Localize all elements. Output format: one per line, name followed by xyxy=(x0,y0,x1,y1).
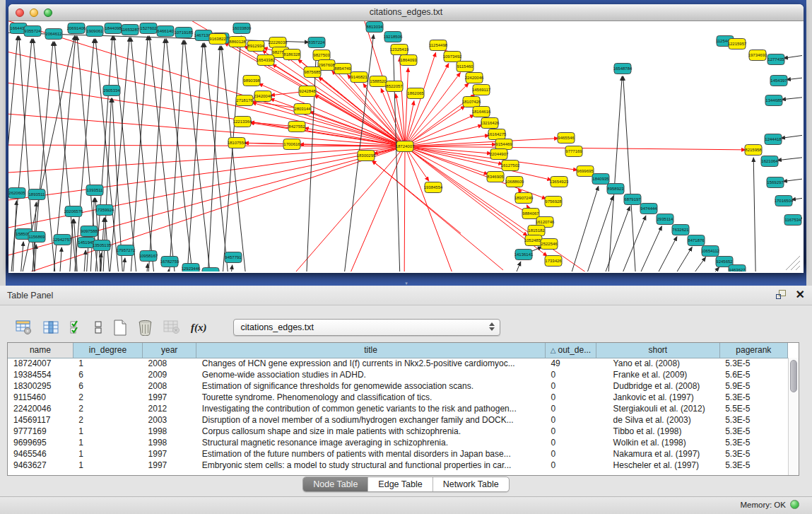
graph-node[interactable]: 13216426 xyxy=(481,118,500,129)
table-row[interactable]: 946362711997Embryonic stem cells: a mode… xyxy=(8,460,788,471)
scrollbar-thumb[interactable] xyxy=(790,360,797,392)
column-header-pagerank[interactable]: pagerank xyxy=(719,343,787,358)
graph-node[interactable]: 8860128 xyxy=(229,37,246,47)
graph-node[interactable]: 10719185 xyxy=(175,28,194,38)
new-table-icon[interactable] xyxy=(113,318,127,337)
graph-node[interactable]: 9242848 xyxy=(299,86,316,97)
table-row[interactable]: 911546021997Tourette syndrome. Phenomeno… xyxy=(8,392,788,403)
graph-node[interactable]: 1156869 xyxy=(28,232,45,243)
graph-node[interactable]: 16127502 xyxy=(501,160,520,171)
graph-node[interactable]: 8186328 xyxy=(283,49,300,60)
graph-node[interactable]: 1733426 xyxy=(545,256,562,267)
graph-node[interactable]: 2935114 xyxy=(657,214,673,225)
column-header-in_degree[interactable]: in_degree xyxy=(73,343,142,358)
graph-node[interactable]: 18724007 xyxy=(396,141,415,152)
graph-node[interactable]: 10654112 xyxy=(701,246,720,257)
network-graph-canvas[interactable]: 1872400716644339355724206461220691406190… xyxy=(8,21,802,271)
graph-node[interactable]: 11653287 xyxy=(121,25,140,35)
graph-node[interactable]: 8912934 xyxy=(247,41,264,52)
graph-node[interactable]: 16164275 xyxy=(488,129,507,140)
graph-node[interactable]: 1844098 xyxy=(105,23,122,34)
graph-node[interactable]: 9827503 xyxy=(313,50,330,61)
graph-node[interactable]: 8357224 xyxy=(308,37,325,48)
graph-node[interactable]: 1621064 xyxy=(761,156,778,167)
graph-node[interactable]: 8215958 xyxy=(745,145,762,156)
graph-node[interactable]: 18107554 xyxy=(228,138,247,148)
graph-node[interactable]: 9115460 xyxy=(457,62,473,72)
graph-node[interactable]: 11254498 xyxy=(429,40,448,51)
tab-network-table[interactable]: Network Table xyxy=(433,477,509,491)
graph-node[interactable]: 10688609 xyxy=(505,177,524,187)
graph-node[interactable]: 1840935 xyxy=(592,174,609,185)
table-row[interactable]: 969969511998Structural magnetic resonanc… xyxy=(8,437,788,448)
graph-node[interactable]: 19218506 xyxy=(384,32,403,42)
graph-node[interactable]: 1277435 xyxy=(767,54,784,65)
graph-node[interactable]: 19384554 xyxy=(424,182,443,193)
graph-node[interactable]: 12923446 xyxy=(182,264,201,272)
graph-node[interactable]: 1893511 xyxy=(28,189,45,200)
graph-node[interactable]: 12215957 xyxy=(728,39,747,49)
graph-node[interactable]: 2064612 xyxy=(45,29,62,40)
graph-node[interactable]: 9154469 xyxy=(495,139,512,150)
table-settings-icon[interactable] xyxy=(16,318,33,337)
graph-node[interactable]: 1700616 xyxy=(283,139,300,150)
graph-node[interactable]: 1569297 xyxy=(767,177,784,188)
graph-node[interactable]: 1815182 xyxy=(528,226,545,236)
graph-node[interactable]: 1393511 xyxy=(86,185,103,196)
graph-node[interactable]: 9465546 xyxy=(558,133,575,144)
graph-node[interactable]: 8958923 xyxy=(607,184,624,194)
graph-node[interactable]: 9146821 xyxy=(351,72,367,83)
graph-node[interactable]: 18907249 xyxy=(514,193,534,204)
graph-node[interactable]: 9756928 xyxy=(545,197,562,207)
graph-node[interactable]: 8522057 xyxy=(386,81,403,92)
graph-node[interactable]: 1244418 xyxy=(765,134,782,145)
graph-node[interactable]: 1862065 xyxy=(407,88,424,99)
table-row[interactable]: 977716911998Corpus callosum shape and si… xyxy=(8,426,788,437)
graph-node[interactable]: 8813034 xyxy=(366,22,383,33)
column-header-short[interactable]: short xyxy=(596,343,720,358)
resize-grip-icon[interactable] xyxy=(786,256,800,270)
graph-node[interactable]: 9457791 xyxy=(225,252,242,263)
graph-node[interactable]: 2803144 xyxy=(294,104,311,115)
graph-node[interactable]: 1344685 xyxy=(765,95,782,106)
table-selector-dropdown[interactable]: citations_edges.txt xyxy=(233,319,500,336)
graph-node[interactable]: 8471876 xyxy=(688,235,705,246)
graph-node[interactable]: 16033809 xyxy=(233,23,252,34)
graph-node[interactable]: 9699695 xyxy=(577,166,594,177)
graph-node[interactable]: 10958167 xyxy=(139,251,158,262)
graph-node[interactable]: 8346905 xyxy=(487,172,504,182)
column-header-name[interactable]: name xyxy=(8,343,73,358)
graph-node[interactable]: 9135902 xyxy=(202,268,219,272)
graph-node[interactable]: 16548784 xyxy=(613,64,632,74)
graph-node[interactable]: 18107426 xyxy=(462,97,481,107)
delete-trash-icon[interactable] xyxy=(138,318,153,337)
tab-edge-table[interactable]: Edge Table xyxy=(368,477,433,491)
graph-node[interactable]: 8854749 xyxy=(334,64,351,74)
graph-node[interactable]: 6879197 xyxy=(624,194,641,205)
table-row[interactable]: 946554611997Estimation of the future num… xyxy=(8,448,788,460)
graph-node[interactable]: 1167534 xyxy=(784,215,801,226)
graph-node[interactable]: 20691406 xyxy=(67,23,86,34)
tab-node-table[interactable]: Node Table xyxy=(303,477,368,491)
graph-node[interactable]: 17359924 xyxy=(95,205,114,216)
graph-node[interactable]: 16543382 xyxy=(257,55,276,66)
graph-node[interactable]: 9163822 xyxy=(209,34,226,45)
close-panel-icon[interactable]: ✕ xyxy=(796,289,805,300)
graph-node[interactable]: 1864093 xyxy=(400,55,417,66)
graph-node[interactable]: 17016504 xyxy=(775,196,794,206)
graph-node[interactable]: 9777169 xyxy=(565,146,582,157)
graph-node[interactable]: 18300295 xyxy=(357,151,376,161)
graph-node[interactable]: 1588520 xyxy=(370,76,387,87)
graph-node[interactable]: 9355724 xyxy=(24,26,41,37)
network-window[interactable]: citations_edges.txt 18724007166443393557… xyxy=(8,4,804,273)
graph-node[interactable]: 13654923 xyxy=(550,177,569,187)
graph-node[interactable]: 14136141 xyxy=(514,250,534,260)
column-header-year[interactable]: year xyxy=(143,343,196,358)
graph-node[interactable]: 22420046 xyxy=(465,73,484,83)
graph-node[interactable]: 12213364 xyxy=(233,117,252,127)
graph-node[interactable]: 19734693 xyxy=(748,50,767,61)
column-header-title[interactable]: title xyxy=(196,343,546,358)
delete-table-icon[interactable] xyxy=(163,318,180,337)
table-row[interactable]: 1872400712008Changes of HCN gene express… xyxy=(8,358,788,369)
graph-node[interactable]: 22044907 xyxy=(490,149,509,160)
